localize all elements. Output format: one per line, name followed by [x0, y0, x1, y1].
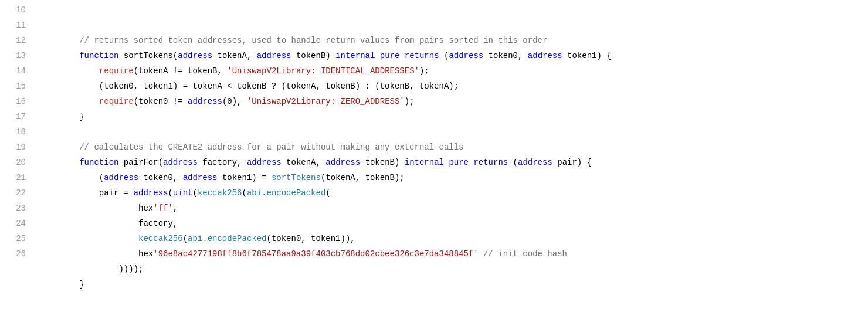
code-token: (token0 !=	[134, 97, 188, 106]
line-number: 13	[9, 48, 26, 63]
code-token: address	[104, 173, 138, 182]
code-token	[40, 36, 79, 45]
line-number: 15	[9, 79, 26, 94]
code-token: hex	[40, 203, 153, 213]
line-number: 24	[9, 216, 26, 231]
code-token: (token0, token1)),	[266, 234, 355, 243]
code-line: keccak256(abi.encodePacked(token0, token…	[40, 231, 863, 246]
code-token: }	[40, 280, 84, 289]
code-token: 'UniswapV2Library: IDENTICAL_ADDRESSES'	[227, 66, 419, 76]
line-number: 14	[9, 63, 26, 79]
code-token: address	[188, 97, 222, 106]
line-number: 20	[9, 155, 26, 170]
code-token	[40, 142, 79, 152]
code-token: ))));	[40, 264, 143, 274]
code-line: pair = address(uint(keccak256(abi.encode…	[40, 185, 863, 201]
code-line: (token0, token1) = tokenA < tokenB ? (to…	[40, 79, 863, 94]
code-line: hex'96e8ac4277198ff8b6f785478aa9a39f403c…	[40, 246, 863, 262]
code-line: }	[40, 109, 863, 124]
code-token: address	[163, 158, 198, 167]
code-token: // returns sorted token addresses, used …	[79, 36, 547, 45]
code-token: 'ff'	[153, 203, 173, 213]
line-number: 18	[9, 124, 26, 140]
code-token: internal pure returns	[405, 158, 508, 167]
code-token: (	[192, 188, 197, 198]
code-token: sortTokens	[272, 173, 321, 182]
code-token: tokenA,	[212, 51, 257, 60]
line-number: 11	[9, 18, 26, 33]
code-line: require(token0 != address(0), 'UniswapV2…	[40, 94, 863, 109]
code-token: tokenA,	[282, 158, 326, 167]
code-token	[40, 66, 99, 76]
code-token: ,	[173, 203, 178, 213]
code-token	[40, 51, 79, 60]
code-token: token0,	[483, 51, 528, 60]
code-line: ))));	[40, 262, 863, 277]
line-number: 19	[9, 140, 26, 155]
line-number: 21	[9, 170, 26, 185]
code-token: address	[247, 158, 282, 167]
code-token: factory,	[40, 219, 178, 228]
code-token: '96e8ac4277198ff8b6f785478aa9a39f403cb76…	[153, 249, 479, 259]
code-token: (	[183, 234, 188, 243]
code-token: factory,	[198, 158, 247, 167]
code-token: keccak256	[138, 234, 183, 243]
code-line: // calculates the CREATE2 address for a …	[40, 140, 863, 155]
code-token: tokenB)	[360, 158, 405, 167]
code-token	[40, 158, 79, 167]
code-line: factory,	[40, 216, 863, 231]
code-token: (	[242, 188, 247, 198]
code-token: );	[419, 66, 429, 76]
code-token: uint	[173, 188, 193, 198]
code-token: (	[40, 173, 104, 182]
code-token: sortTokens(	[118, 51, 178, 60]
code-token: );	[405, 97, 415, 106]
code-token: (	[326, 188, 330, 198]
code-token: (0),	[222, 97, 247, 106]
code-token: address	[518, 158, 552, 167]
code-line: }	[40, 277, 863, 292]
code-token: address	[257, 51, 291, 60]
code-token: pair =	[40, 188, 134, 198]
code-token: // calculates the CREATE2 address for a …	[79, 142, 463, 152]
code-token: function	[79, 158, 118, 167]
code-token: (token0, token1) = tokenA < tokenB ? (to…	[40, 82, 459, 91]
code-token: keccak256	[198, 188, 242, 198]
code-token	[479, 249, 483, 259]
code-token: pairFor(	[118, 158, 163, 167]
line-number: 23	[9, 201, 26, 216]
code-token: 'UniswapV2Library: ZERO_ADDRESS'	[247, 97, 405, 106]
code-token: address	[449, 51, 483, 60]
code-token: (tokenA != tokenB,	[134, 66, 228, 76]
code-token: address	[183, 173, 218, 182]
line-number: 17	[9, 109, 26, 124]
line-number: 22	[9, 185, 26, 201]
code-token: (	[168, 188, 172, 198]
code-token: abi.encodePacked	[188, 234, 266, 243]
code-token: token1) =	[217, 173, 271, 182]
code-line: (address token0, address token1) = sortT…	[40, 170, 863, 185]
code-editor: 1011121314151617181920212223242526 // re…	[0, 0, 868, 319]
code-token: abi.encodePacked	[247, 188, 326, 198]
code-token: (	[508, 158, 518, 167]
code-token	[40, 97, 99, 106]
code-token: hex	[40, 249, 153, 259]
code-token: pair) {	[552, 158, 592, 167]
code-token: token0,	[138, 173, 183, 182]
code-line: hex'ff',	[40, 201, 863, 216]
code-token	[40, 234, 138, 243]
code-line: function sortTokens(address tokenA, addr…	[40, 48, 863, 63]
code-line: require(tokenA != tokenB, 'UniswapV2Libr…	[40, 63, 863, 79]
code-token: address	[178, 51, 212, 60]
code-token: address	[134, 188, 168, 198]
code-token: address	[528, 51, 562, 60]
line-number: 25	[9, 231, 26, 246]
line-number: 10	[9, 2, 26, 18]
code-line: function pairFor(address factory, addres…	[40, 155, 863, 170]
code-content[interactable]: // returns sorted token addresses, used …	[35, 2, 868, 317]
code-token: // init code hash	[483, 249, 567, 259]
code-token: require	[99, 97, 134, 106]
code-token: token1) {	[562, 51, 612, 60]
code-token: }	[40, 112, 84, 121]
line-number: 12	[9, 33, 26, 48]
